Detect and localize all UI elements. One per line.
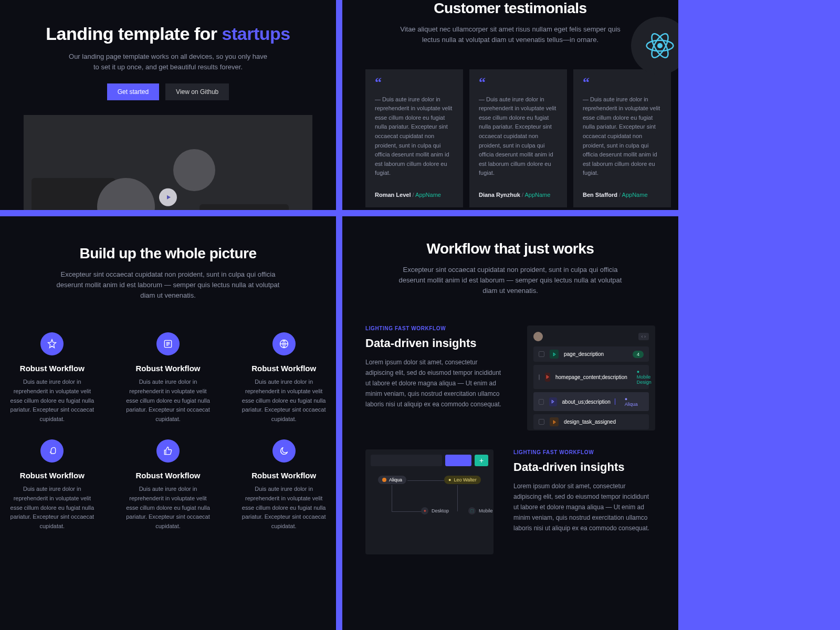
add-button[interactable]: +: [475, 455, 488, 466]
testimonials-title: Customer testimonials: [365, 0, 655, 17]
testimonial-author: Ben Stafford / AppName: [583, 192, 662, 198]
react-badge: [631, 17, 678, 75]
testimonial-card: “ — Duis aute irure dolor in reprehender…: [573, 69, 671, 207]
feature-item: Robust WorkflowDuis aute irure dolor in …: [9, 332, 95, 424]
list-row[interactable]: about_us;description● Aliqua: [533, 392, 649, 411]
quote-icon: “: [583, 80, 662, 85]
features-title: Build up the whole picture: [0, 245, 336, 262]
workflow-kicker: LIGHTING FAST WORKFLOW: [513, 449, 655, 455]
quote-icon: “: [479, 80, 558, 85]
globe-icon: [272, 332, 296, 355]
workflow-block-body: Lorem ipsum dolor sit amet, consectetur …: [365, 358, 507, 410]
feature-item: Robust WorkflowDuis aute irure dolor in …: [125, 332, 211, 424]
testimonial-text: — Duis aute irure dolor in reprehenderit…: [583, 95, 662, 178]
hero-title-accent: startups: [222, 24, 290, 44]
list-row[interactable]: design_task_assigned: [533, 414, 649, 429]
testimonial-text: — Duis aute irure dolor in reprehenderit…: [479, 95, 558, 178]
app-screenshot-graph: + Aliqua ● Leo Walter ✦Desktop ⬚Mobile: [365, 449, 494, 554]
arrow-controls[interactable]: ‹ ›: [638, 333, 649, 340]
graph-node[interactable]: ⬚Mobile: [468, 507, 493, 514]
feature-item: Robust WorkflowDuis aute irure dolor in …: [241, 439, 327, 531]
app-screenshot-list: ‹ › page_description4 homepage_content;d…: [527, 326, 655, 430]
workflow-row: LIGHTING FAST WORKFLOW Data-driven insig…: [365, 449, 655, 554]
testimonials-section: Customer testimonials Vitae aliquet nec …: [342, 0, 678, 210]
get-started-button[interactable]: Get started: [107, 83, 159, 100]
features-grid: Robust WorkflowDuis aute irure dolor in …: [0, 332, 336, 531]
toolbar-button[interactable]: [445, 455, 471, 466]
hero-title: Landing template for startups: [24, 24, 312, 44]
play-button[interactable]: [159, 188, 177, 206]
workflow-block-title: Data-driven insights: [365, 337, 507, 350]
testimonial-text: — Duis aute irure dolor in reprehenderit…: [375, 95, 454, 178]
workflow-title: Workflow that just works: [365, 240, 655, 257]
workflow-row: LIGHTING FAST WORKFLOW Data-driven insig…: [365, 326, 655, 430]
thumbsup-icon: [156, 439, 180, 463]
list-row[interactable]: page_description4: [533, 346, 649, 362]
quote-icon: “: [375, 80, 454, 85]
graph-node[interactable]: ✦Desktop: [421, 507, 449, 514]
hero-buttons: Get started View on Github: [24, 83, 312, 100]
workflow-subtitle: Excepteur sint occaecat cupidatat non pr…: [395, 265, 626, 296]
avatar: [533, 332, 543, 341]
feature-item: Robust WorkflowDuis aute irure dolor in …: [125, 439, 211, 531]
workflow-block-title: Data-driven insights: [513, 460, 655, 474]
hero-title-text: Landing template for: [46, 24, 222, 44]
view-github-button[interactable]: View on Github: [165, 83, 229, 100]
react-icon: [645, 31, 675, 60]
hero-section: Landing template for startups Our landin…: [0, 0, 336, 210]
list-row[interactable]: homepage_content;description● Mobile Des…: [533, 365, 649, 389]
feature-item: Robust WorkflowDuis aute irure dolor in …: [241, 332, 327, 424]
node-chip[interactable]: Aliqua: [378, 476, 406, 484]
workflow-block-body: Lorem ipsum dolor sit amet, consectetur …: [513, 481, 655, 533]
testimonial-card: “ — Duis aute irure dolor in reprehender…: [365, 69, 463, 207]
workflow-section: Workflow that just works Excepteur sint …: [342, 216, 678, 630]
features-subtitle: Excepteur sint occaecat cupidatat non pr…: [52, 269, 284, 301]
head-icon: [40, 439, 64, 463]
play-icon: [165, 194, 172, 201]
svg-point-0: [657, 43, 663, 48]
star-icon: [40, 332, 64, 355]
testimonials-subtitle: Vitae aliquet nec ullamcorper sit amet r…: [395, 24, 626, 45]
feature-item: Robust WorkflowDuis aute irure dolor in …: [9, 439, 95, 531]
workflow-kicker: LIGHTING FAST WORKFLOW: [365, 326, 507, 331]
testimonial-cards: “ — Duis aute irure dolor in reprehender…: [365, 69, 655, 207]
testimonial-author: Roman Level / AppName: [375, 192, 454, 198]
hero-subtitle: Our landing page template works on all d…: [68, 51, 268, 72]
list-icon: [156, 332, 180, 355]
hero-media: [24, 115, 312, 210]
features-section: Build up the whole picture Excepteur sin…: [0, 216, 336, 630]
testimonial-author: Diana Rynzhuk / AppName: [479, 192, 558, 198]
person-chip[interactable]: ● Leo Walter: [444, 476, 481, 484]
testimonial-card: “ — Duis aute irure dolor in reprehender…: [469, 69, 567, 207]
moon-icon: [272, 439, 296, 463]
